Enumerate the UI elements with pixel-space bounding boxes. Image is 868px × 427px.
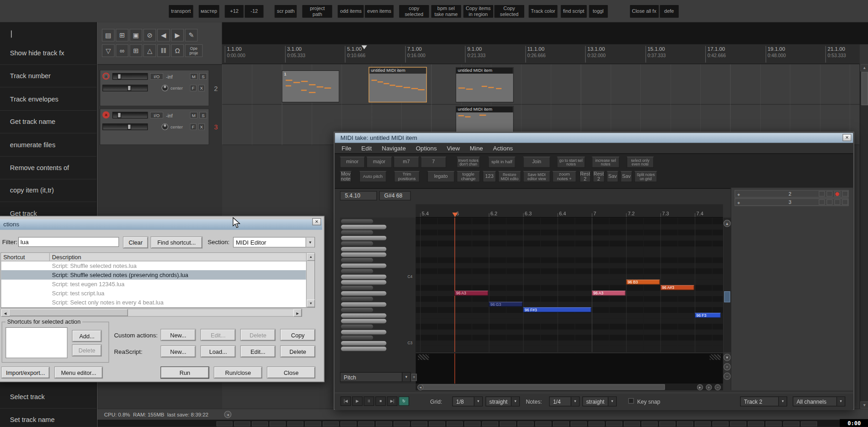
fader-handle[interactable]	[117, 74, 121, 79]
track-cell[interactable]	[834, 191, 840, 197]
partial-button[interactable]	[517, 422, 533, 427]
piano-key[interactable]	[341, 225, 386, 230]
fx-bypass-button[interactable]: X	[198, 85, 205, 91]
record-arm-button[interactable]: a	[102, 111, 110, 118]
toolbar-button[interactable]: Track color	[528, 5, 557, 18]
custom-edit-button[interactable]: Edit...	[201, 330, 235, 341]
track-panel[interactable]: a I/O -inf M S center F X	[100, 70, 209, 107]
fader-handle[interactable]	[128, 124, 131, 129]
midi-toolbar-button[interactable]: Rest 2	[593, 171, 604, 182]
midi-toolbar-button[interactable]: major	[367, 157, 392, 168]
paperclip-icon[interactable]: ⊘	[144, 29, 156, 42]
partial-button[interactable]	[659, 422, 675, 427]
piano-key[interactable]	[341, 275, 386, 279]
midi-toolbar-button[interactable]: Mov note	[340, 171, 351, 182]
partial-button[interactable]	[677, 422, 693, 427]
piano-key[interactable]	[341, 230, 373, 235]
midi-toolbar-button[interactable]: Restore MIDI edito	[498, 171, 521, 182]
menu-editor-button[interactable]: Menu editor...	[55, 367, 102, 378]
track-cell[interactable]	[819, 199, 825, 205]
partial-button[interactable]	[624, 422, 640, 427]
partial-button[interactable]	[588, 422, 604, 427]
piano-roll-scrollbar[interactable]	[724, 218, 731, 352]
reascript-edit-button[interactable]: Edit...	[241, 346, 275, 357]
toolbar-button[interactable]: +12	[225, 5, 244, 18]
action-list-item[interactable]: Track number	[0, 65, 96, 88]
fx-button[interactable]: F	[190, 85, 197, 91]
midi-note[interactable]: 96 G3	[489, 302, 522, 307]
find-shortcut-button[interactable]: Find shortcut...	[151, 237, 202, 248]
scroll-up-button[interactable]: ▲	[724, 220, 731, 227]
toolbar-button[interactable]: even items	[365, 5, 393, 18]
partial-button[interactable]	[394, 422, 410, 427]
delete-shortcut-button[interactable]: Delete	[73, 345, 101, 356]
piano-keys[interactable]: C4C3	[340, 218, 416, 352]
action-row[interactable]: Script: Select only notes in every 4 bea…	[1, 298, 306, 307]
magnet-icon[interactable]: Ω	[171, 44, 184, 57]
menu-actions[interactable]: Actions	[488, 144, 518, 154]
midi-note[interactable]: 96 A3	[592, 291, 626, 296]
midi-toolbar-button[interactable]: minor	[340, 157, 365, 168]
action-list-item[interactable]: Select track	[0, 386, 96, 409]
toolbar-button[interactable]: defe	[660, 5, 678, 18]
notes-division-select[interactable]: 1/4 ▼	[549, 396, 580, 406]
pencil-icon[interactable]: ✎	[185, 29, 198, 42]
midi-toolbar-button[interactable]: Sav	[607, 171, 618, 182]
piano-key[interactable]	[341, 280, 386, 285]
partial-button[interactable]	[748, 422, 764, 427]
partial-button[interactable]	[429, 422, 445, 427]
midi-toolbar-button[interactable]: Invert notes don't chan	[457, 157, 480, 168]
partial-button[interactable]	[553, 422, 569, 427]
midi-toolbar-button[interactable]: toggle change	[457, 171, 480, 182]
partial-button[interactable]	[482, 422, 498, 427]
stripes-icon[interactable]: ‖‖	[157, 44, 170, 57]
toolbar-button[interactable]: odd items	[338, 5, 364, 18]
midi-toolbar-button[interactable]: go to start sel notes	[557, 157, 585, 168]
fx-bypass-button[interactable]: X	[198, 123, 205, 130]
close-button[interactable]: Close	[267, 367, 315, 378]
volume-fader[interactable]	[112, 73, 148, 80]
fx-button[interactable]: F	[190, 123, 197, 130]
pan-fader[interactable]	[102, 123, 148, 130]
pan-fader[interactable]	[102, 85, 148, 91]
pan-knob[interactable]	[162, 123, 169, 130]
new-project-icon[interactable]: ⊞	[116, 29, 128, 42]
menu-edit[interactable]: Edit	[357, 144, 377, 154]
toolbar-button[interactable]: Copy selected	[494, 5, 524, 18]
menu-file[interactable]: File	[336, 144, 356, 154]
loop-handle-right[interactable]	[710, 354, 721, 360]
import-export-button[interactable]: Import/export...	[2, 367, 49, 378]
menu-mine[interactable]: Mine	[465, 144, 488, 154]
undo-icon[interactable]: ◀	[157, 29, 170, 42]
close-icon[interactable]: ✕	[312, 218, 321, 225]
midi-toolbar-button[interactable]: m7	[394, 157, 419, 168]
record-arm-button[interactable]: a	[102, 73, 110, 80]
grid-type-select[interactable]: straight ▼	[485, 396, 520, 406]
piano-key[interactable]	[341, 241, 373, 246]
mute-button[interactable]: M	[190, 112, 197, 119]
toolbar-button[interactable]: bpm sel take name	[431, 5, 461, 18]
toolbar-button[interactable]: Close all fx	[630, 5, 659, 18]
clear-button[interactable]: Clear	[123, 237, 148, 248]
partial-button[interactable]	[217, 422, 233, 427]
menu-options[interactable]: Options	[411, 144, 442, 154]
piano-key[interactable]	[341, 236, 386, 240]
section-select[interactable]: MIDI Editor ▼	[233, 237, 315, 247]
piano-key[interactable]	[341, 252, 386, 257]
list-scrollbar[interactable]: ▲ ▼	[306, 253, 314, 307]
scrollbar-thumb[interactable]	[861, 72, 868, 105]
piano-key[interactable]	[341, 269, 373, 274]
partial-button[interactable]	[376, 422, 392, 427]
scroll-up-button[interactable]: ▲	[860, 64, 868, 71]
notes-type-select[interactable]: straight ▼	[582, 396, 617, 406]
action-list-item[interactable]: Show hide track fx	[0, 42, 96, 65]
midi-note[interactable]: 96 F#3	[523, 307, 591, 312]
piano-key[interactable]	[341, 308, 373, 312]
toolbar-button[interactable]: find script	[561, 5, 586, 18]
repeat-button[interactable]: ↻	[399, 396, 409, 406]
grid-division-select[interactable]: 1/8 ▼	[452, 396, 483, 406]
partial-button[interactable]	[535, 422, 551, 427]
scroll-down-button[interactable]: ▼	[307, 299, 315, 307]
action-list-item[interactable]: copy item (it,tr)	[0, 180, 96, 203]
piano-roll-grid[interactable]: 96 A396 G396 F#396 A396 B396 A#396 F3	[416, 218, 723, 352]
